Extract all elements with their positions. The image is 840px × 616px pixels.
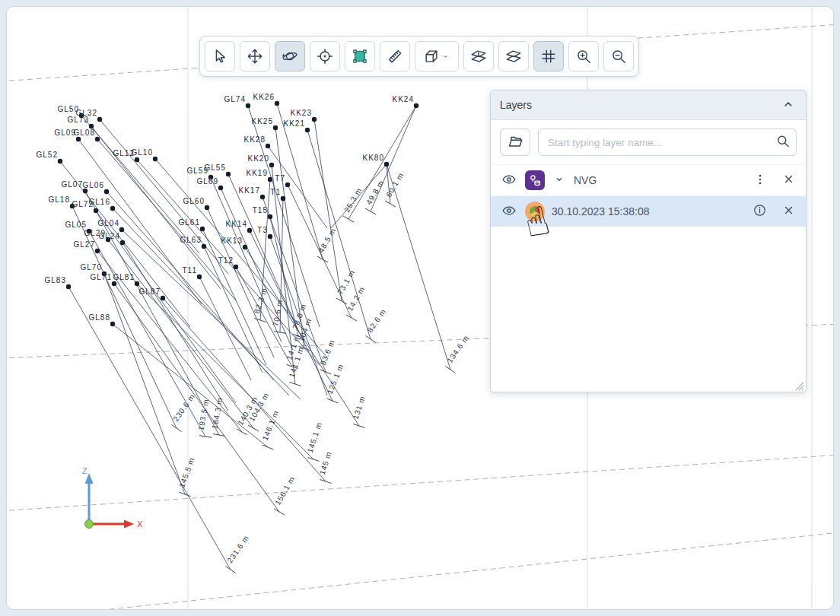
clip-plane-icon [470,48,487,65]
layer-row-nvg[interactable]: NVG [491,164,806,195]
layer-expand-button[interactable] [552,172,567,189]
toolbar-button-grid-toggle[interactable] [533,41,564,71]
selection-box-icon [352,48,368,65]
move-icon [247,48,263,65]
model-layer-badge[interactable] [525,202,545,221]
close-icon [782,204,795,219]
layer-row-actions [752,171,797,190]
layers-panel-header: Layers [491,90,806,120]
layers-panel-body [491,227,806,392]
layer-row-model[interactable]: 30.10.2023 15:38:08 [491,195,806,227]
target-icon [317,48,333,65]
layer-visibility-toggle[interactable] [500,202,518,222]
layer-search-box [538,129,797,156]
chevron-down-icon [553,173,565,188]
layer-search-input[interactable] [538,129,797,156]
layer-info-button[interactable] [751,202,768,221]
toolbar-button-pan[interactable] [240,41,270,71]
toolbar-button-zoom-in[interactable] [568,41,599,71]
folder-icon [507,133,523,152]
layers-panel-title: Layers [500,99,532,111]
layer-label: NVG [574,174,597,186]
toolbar-button-slice-planes[interactable] [498,41,529,71]
layer-menu-button[interactable] [752,171,768,190]
kebab-menu-icon [753,173,767,189]
layer-label: 30.10.2023 15:38:08 [552,205,649,218]
toolbar-button-measure[interactable] [380,41,410,71]
nvg-layer-badge [525,170,545,190]
layer-remove-button[interactable] [781,202,797,221]
layer-visibility-toggle[interactable] [500,170,518,191]
search-icon [775,134,791,151]
toolbar-button-select[interactable] [205,41,235,71]
search-button[interactable] [772,131,794,154]
chevron-down-icon [441,52,450,62]
panel-resize-handle[interactable] [794,380,804,390]
zoom-out-icon [610,48,627,65]
ruler-icon [387,48,403,65]
toolbar [199,36,639,77]
eye-icon [501,203,517,221]
grid-icon [540,48,557,65]
layers-panel: Layers [490,90,807,392]
toolbar-button-zoom-out[interactable] [603,41,634,71]
eye-icon [501,172,517,189]
close-icon [782,173,795,188]
panel-collapse-button[interactable] [780,96,797,115]
zoom-in-icon [575,48,592,65]
layers-search-row [491,120,806,164]
layer-row-actions [751,202,797,221]
model-layer-logo [530,206,540,217]
open-folder-button[interactable] [500,129,530,156]
app-window: 230.6 m231.6 m145.5 m156.1 m145 m145.1 m… [0,0,840,616]
cursor-icon [212,48,228,65]
toolbar-button-orbit[interactable] [275,41,305,71]
toolbar-button-view-cube[interactable] [415,41,459,71]
toolbar-button-focus[interactable] [310,41,340,71]
toolbar-button-area-select[interactable] [345,41,375,71]
layer-remove-button[interactable] [781,171,797,189]
chevron-up-icon [781,97,795,113]
slice-icon [505,48,522,65]
toolbar-button-clip-plane[interactable] [463,41,494,71]
info-icon [752,203,767,220]
orbit-icon [282,48,298,65]
cube-icon [423,48,440,65]
